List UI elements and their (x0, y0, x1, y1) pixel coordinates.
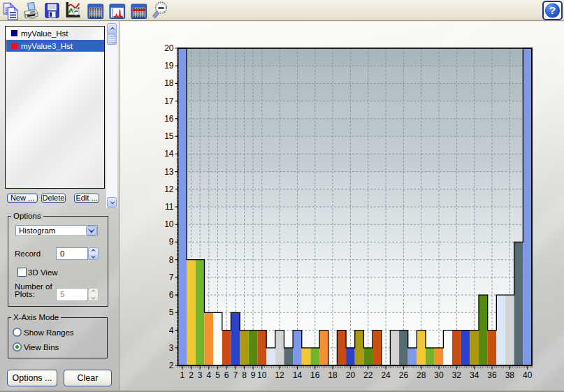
svg-text:8: 8 (242, 370, 247, 380)
svg-text:20: 20 (346, 370, 356, 380)
svg-text:6: 6 (169, 290, 174, 300)
svg-text:22: 22 (363, 370, 373, 380)
svg-text:36: 36 (487, 370, 497, 380)
svg-text:8: 8 (169, 255, 174, 265)
svg-text:26: 26 (399, 370, 409, 380)
svg-text:18: 18 (328, 370, 338, 380)
svg-text:38: 38 (505, 370, 515, 380)
svg-text:32: 32 (452, 370, 462, 380)
svg-text:10: 10 (164, 219, 174, 229)
svg-text:11: 11 (165, 202, 174, 212)
svg-text:15: 15 (164, 131, 174, 141)
svg-text:16: 16 (310, 370, 320, 380)
svg-text:5: 5 (215, 370, 220, 380)
svg-text:?: ? (549, 4, 556, 16)
svg-text:19: 19 (164, 61, 174, 71)
svg-text:6: 6 (224, 370, 229, 380)
svg-text:13: 13 (164, 167, 174, 177)
svg-text:2: 2 (189, 370, 194, 380)
svg-text:18: 18 (164, 78, 174, 88)
svg-text:12: 12 (164, 184, 174, 194)
svg-text:9: 9 (169, 237, 174, 247)
svg-text:17: 17 (164, 96, 174, 106)
svg-text:14: 14 (164, 149, 174, 159)
svg-text:7: 7 (233, 370, 238, 380)
svg-text:14: 14 (293, 370, 303, 380)
svg-text:4: 4 (206, 370, 211, 380)
svg-text:30: 30 (434, 370, 444, 380)
svg-text:10: 10 (257, 370, 267, 380)
svg-text:24: 24 (381, 370, 391, 380)
svg-text:3: 3 (198, 370, 203, 380)
svg-text:3: 3 (169, 343, 174, 353)
svg-text:20: 20 (164, 43, 174, 53)
svg-text:28: 28 (417, 370, 426, 380)
svg-text:12: 12 (275, 370, 284, 380)
svg-text:5: 5 (169, 307, 174, 317)
svg-text:34: 34 (470, 370, 479, 380)
svg-text:16: 16 (164, 114, 174, 124)
svg-text:4: 4 (169, 326, 174, 335)
svg-text:9: 9 (251, 370, 256, 380)
svg-text:2: 2 (169, 361, 174, 370)
svg-text:1: 1 (180, 370, 185, 380)
svg-text:40: 40 (523, 370, 533, 380)
svg-text:7: 7 (169, 273, 174, 282)
